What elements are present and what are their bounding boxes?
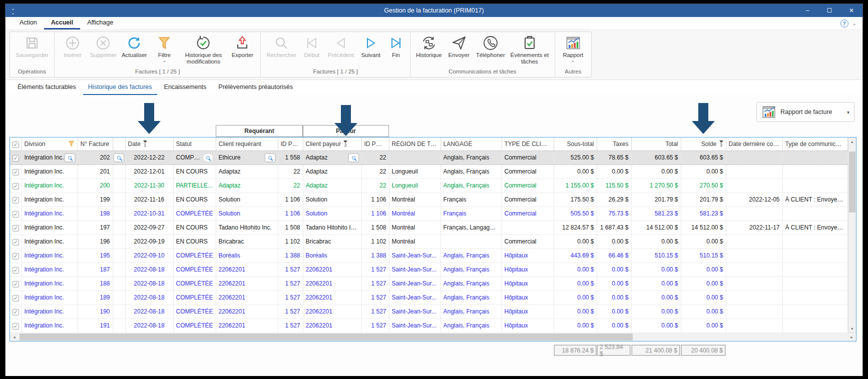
row-checkbox[interactable]: ✓ [13,267,19,274]
column-header[interactable]: ID PRI... [278,140,303,148]
events-tasks-button[interactable]: Évènements et tâches [509,34,551,66]
minimize-button[interactable]: – [796,4,818,17]
horizontal-scrollbar[interactable]: ◄ ► [10,332,856,341]
row-checkbox[interactable]: ✓ [13,239,19,246]
column-header[interactable]: TYPE DE CLIENT [502,140,554,148]
help-icon[interactable]: ? [840,20,848,28]
tab-encaissements[interactable]: Encaissements [159,81,212,95]
column-header[interactable]: RÉGION DE TR... [389,140,441,148]
group-header-requerant: Requérant [216,125,303,137]
column-header[interactable]: Date1 [126,140,173,148]
row-checkbox[interactable]: ✓ [13,155,19,162]
tab-elements-facturables[interactable]: Éléments facturables [13,81,81,95]
invoice-report-dropdown[interactable]: Rapport de facture ▾ [756,102,854,122]
column-header[interactable]: Taxes [597,140,631,148]
row-checkbox[interactable]: ✓ [13,211,19,218]
table-row[interactable]: ✓Intégration Inc.2002022-11-30PARTIELLE.… [10,178,847,192]
row-checkbox[interactable]: ✓ [13,281,19,288]
last-button[interactable]: Fin [386,34,406,59]
first-button[interactable]: Début [300,34,324,59]
previous-button[interactable]: Précédent [326,34,356,59]
scroll-up-icon[interactable]: ▲ [848,138,856,146]
scroll-left-icon[interactable]: ◄ [10,333,19,342]
sort-indicator[interactable]: 1 [143,140,147,147]
row-checkbox[interactable]: ✓ [13,323,19,330]
close-button[interactable]: ✕ [840,4,862,17]
lookup-button[interactable] [65,154,75,162]
row-checkbox[interactable]: ✓ [13,309,19,316]
column-header[interactable]: Solde3 [681,140,726,148]
column-header[interactable]: Type de communication [783,140,847,148]
table-row[interactable]: ✓Intégration Inc.1992022-11-16EN COURSSo… [10,192,847,206]
lookup-button[interactable] [265,154,275,162]
table-row[interactable]: ✓Intégration Inc.1892022-08-18COMPLÉTÉE2… [10,290,847,304]
column-header[interactable]: Sous-total [554,140,597,148]
search-button[interactable]: Rechercher [265,34,297,59]
maximize-button[interactable]: ☐ [818,4,840,17]
table-row[interactable]: ✓Intégration Inc.1982022-10-31COMPLÉTÉES… [10,206,847,220]
insert-button[interactable]: Insérer [59,34,87,59]
column-header[interactable]: ID PRI... [362,140,389,148]
vertical-scroll-thumb[interactable] [849,152,856,212]
table-row[interactable]: ✓Intégration Inc.1952022-09-10COMPLÉTÉEB… [10,248,847,262]
comm-history-button[interactable]: Historique [414,34,444,59]
app-window: ⌄⌄ Gestion de la facturation (PRIM017) –… [5,4,863,376]
table-row[interactable]: ✓Intégration Inc.1972022-09-27EN COURSTa… [10,220,847,234]
column-header[interactable]: N° Facture [78,140,113,148]
row-checkbox[interactable]: ✓ [13,183,19,190]
row-checkbox[interactable]: ✓ [13,169,19,176]
column-filter-icon[interactable] [68,140,75,148]
collapse-ribbon-icon[interactable]: ⌄ [852,20,856,26]
phone-icon [483,35,499,51]
tab-action[interactable]: Action [13,17,44,30]
ribbon: Sauvegarder Opérations Insérer [6,30,862,80]
scroll-down-icon[interactable]: ▼ [848,324,856,332]
content-area: Rapport de facture ▾ Requérant Payeur ✓D… [6,95,862,376]
refresh-button[interactable]: Actualiser ⌄ [120,34,149,63]
lookup-button[interactable] [114,154,124,162]
row-checkbox[interactable]: ✓ [13,253,19,260]
filter-button[interactable]: Filtre ⌄ [150,34,178,63]
tab-prelevements-preautorises[interactable]: Prélèvements préautorisés [213,81,298,95]
table-row[interactable]: ✓Intégration Inc.2012022-12-01EN COURSAd… [10,164,847,178]
sort-indicator[interactable]: 2 [343,140,347,147]
tab-accueil[interactable]: Accueil [44,17,80,30]
phone-button[interactable]: Téléphoner [475,34,507,59]
column-header[interactable]: Date dernière com... [726,140,782,148]
column-header[interactable]: Client payeur2 [303,140,361,148]
export-button[interactable]: Exporter [228,34,256,59]
row-checkbox[interactable]: ✓ [13,225,19,232]
save-button[interactable]: Sauvegarder [14,34,50,59]
column-header[interactable]: Division [22,140,78,148]
lookup-button[interactable] [203,154,213,162]
table-row[interactable]: ✓Intégration Inc.1912022-08-18COMPLÉTÉE2… [10,318,847,332]
table-row[interactable]: ✓Intégration Inc.1902022-08-18COMPLÉTÉE2… [10,304,847,318]
table-row[interactable]: ✓Intégration Inc.1872022-08-18COMPLÉTÉE2… [10,262,847,276]
column-header[interactable]: Client requérant [216,140,278,148]
tab-affichage[interactable]: Affichage [80,17,120,30]
row-checkbox[interactable]: ✓ [13,197,19,204]
report-button[interactable]: Rapport ⌄ [559,34,587,63]
column-header[interactable]: Total [632,140,681,148]
table-row[interactable]: ✓Intégration Inc.1882022-08-18COMPLÉTÉE2… [10,276,847,290]
row-checkbox[interactable]: ✓ [13,295,19,302]
column-header[interactable]: Statut [174,140,216,148]
vertical-scrollbar[interactable]: ▲ ▼ [848,138,856,332]
next-button[interactable]: Suivant [358,34,384,59]
table-row[interactable]: ✓Intégration Inc.1962022-09-19EN COURSBr… [10,234,847,248]
tab-historique-des-factures[interactable]: Historique des factures [83,81,157,95]
filter-icon [156,35,172,51]
save-icon [24,35,40,51]
sort-indicator[interactable]: 3 [719,140,723,147]
delete-button[interactable]: Supprimer [89,34,118,59]
horizontal-scroll-thumb[interactable] [20,334,633,340]
select-all-checkbox[interactable]: ✓ [13,142,19,148]
table-row[interactable]: ✓Intégration Inc.2022022-12-22COMPLÉTÉEt… [10,150,847,164]
scroll-right-icon[interactable]: ► [847,333,856,342]
column-header[interactable]: LANGAGE [441,140,502,148]
send-button[interactable]: Envoyer [446,34,473,59]
lookup-button[interactable] [348,154,359,162]
report-dropdown-label: Rapport de facture [780,108,832,116]
ribbon-group-operations: Sauvegarder Opérations [10,32,55,77]
change-history-button[interactable]: Historique des modifications [180,34,226,66]
